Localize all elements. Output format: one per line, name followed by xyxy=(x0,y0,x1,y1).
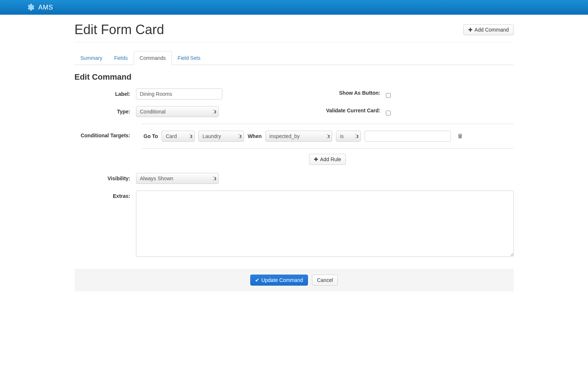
rule-row: Go To Card ▴▾ Laundry ▴▾ When inspected_… xyxy=(141,124,514,149)
tab-commands[interactable]: Commands xyxy=(134,51,172,65)
add-command-button[interactable]: ✚ Add Command xyxy=(463,24,513,35)
show-as-button-checkbox[interactable] xyxy=(386,91,391,99)
add-command-label: Add Command xyxy=(474,27,509,33)
section-title: Edit Command xyxy=(75,72,514,82)
rule-value-input[interactable] xyxy=(365,131,451,142)
cancel-label: Cancel xyxy=(317,277,333,283)
label-type: Type: xyxy=(75,106,136,117)
add-rule-label: Add Rule xyxy=(320,156,341,162)
trash-icon[interactable] xyxy=(458,133,463,140)
plus-icon: ✚ xyxy=(314,156,318,162)
label-conditional-targets: Conditional Targets: xyxy=(75,124,136,166)
type-select[interactable]: Conditional xyxy=(136,106,219,117)
gear-icon xyxy=(26,3,35,12)
label-label: Label: xyxy=(75,88,136,99)
rule-field-select[interactable]: inspected_by xyxy=(265,131,332,142)
tab-fields[interactable]: Fields xyxy=(108,51,133,65)
label-validate-current-card: Validate Current Card: xyxy=(294,106,386,117)
cancel-button[interactable]: Cancel xyxy=(312,275,338,286)
validate-current-card-checkbox[interactable] xyxy=(386,109,391,117)
navbar: AMS xyxy=(0,0,588,15)
update-command-label: Update Command xyxy=(261,277,303,283)
target-value-select[interactable]: Laundry xyxy=(198,131,244,142)
tab-summary[interactable]: Summary xyxy=(75,51,108,65)
add-rule-button[interactable]: ✚ Add Rule xyxy=(309,154,346,165)
tabs: Summary Fields Commands Field Sets xyxy=(75,51,514,65)
extras-textarea[interactable] xyxy=(136,191,514,257)
target-type-select[interactable]: Card xyxy=(162,131,195,142)
check-icon: ✔ xyxy=(255,277,259,283)
label-visibility: Visibility: xyxy=(75,173,136,184)
page-title: Edit Form Card xyxy=(75,22,164,37)
label-extras: Extras: xyxy=(75,191,136,258)
form-actions: ✔ Update Command Cancel xyxy=(75,269,514,291)
brand-title[interactable]: AMS xyxy=(38,4,53,11)
visibility-select[interactable]: Always Shown xyxy=(136,173,219,184)
tab-field-sets[interactable]: Field Sets xyxy=(172,51,206,65)
plus-icon: ✚ xyxy=(468,27,473,33)
go-to-label: Go To xyxy=(144,133,158,139)
label-show-as-button: Show As Button: xyxy=(294,88,386,99)
label-input[interactable] xyxy=(136,88,222,99)
rule-operator-select[interactable]: is xyxy=(336,131,361,142)
when-label: When xyxy=(248,133,262,139)
update-command-button[interactable]: ✔ Update Command xyxy=(250,275,308,286)
